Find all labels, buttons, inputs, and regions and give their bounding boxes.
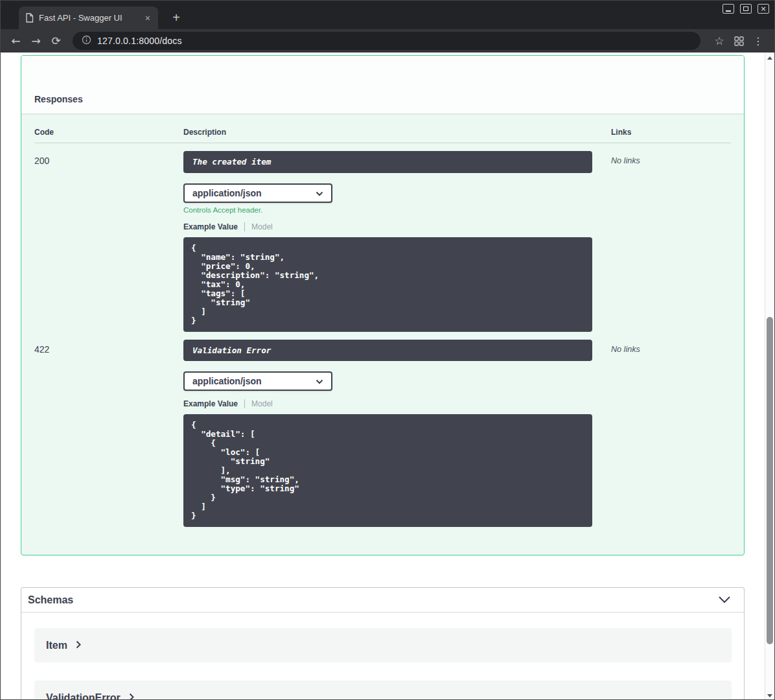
chevron-right-icon <box>129 692 134 700</box>
responses-heading: Responses <box>34 94 83 104</box>
tab-close-icon[interactable]: × <box>143 12 153 24</box>
back-button[interactable]: ← <box>6 36 26 47</box>
extensions-icon[interactable] <box>729 36 748 46</box>
tab-example-value[interactable]: Example Value <box>183 399 238 408</box>
browser-tab[interactable]: Fast API - Swagger UI × <box>19 6 158 29</box>
window-controls: × <box>723 4 769 14</box>
example-model-tabs: Example Value Model <box>183 399 611 408</box>
tab-model[interactable]: Model <box>251 399 273 408</box>
column-header-description: Description <box>183 128 611 137</box>
menu-kebab-icon[interactable]: ⋮ <box>748 35 768 47</box>
reload-button[interactable]: ⟳ <box>46 36 66 47</box>
responses-table-header: Code Description Links <box>34 121 731 143</box>
close-button[interactable]: × <box>758 4 769 14</box>
media-type-value: application/json <box>192 376 262 386</box>
page-favicon-icon <box>25 13 34 23</box>
url-text: 127.0.0.1:8000/docs <box>97 36 182 46</box>
tab-example-value[interactable]: Example Value <box>183 222 238 231</box>
response-row-200: 200 The created item application/json Co… <box>34 143 731 332</box>
schemas-section: Schemas Item ValidationError <box>21 587 745 700</box>
schemas-heading: Schemas <box>28 594 73 606</box>
swagger-page: Responses Code Description Links 200 The… <box>1 52 765 700</box>
scroll-down-arrow[interactable] <box>765 690 774 700</box>
maximize-button[interactable] <box>740 4 752 14</box>
controls-accept-note: Controls Accept header. <box>183 206 611 214</box>
address-bar[interactable]: 127.0.0.1:8000/docs <box>73 32 700 50</box>
responses-table: Code Description Links 200 The created i… <box>21 113 744 540</box>
example-model-tabs: Example Value Model <box>183 222 611 231</box>
browser-toolbar: ← → ⟳ 127.0.0.1:8000/docs ☆ ⋮ <box>1 29 774 52</box>
response-code: 422 <box>34 340 183 528</box>
response-code: 200 <box>34 151 183 332</box>
tab-model[interactable]: Model <box>251 222 273 231</box>
response-row-422: 422 Validation Error application/json Ex… <box>34 332 731 528</box>
scrollbar-thumb[interactable] <box>767 317 773 644</box>
schema-item-row[interactable]: Item <box>34 628 732 662</box>
forward-button[interactable]: → <box>26 36 46 47</box>
response-links: No links <box>611 340 731 528</box>
scroll-up-arrow[interactable] <box>765 52 774 63</box>
chevron-right-icon <box>76 640 81 651</box>
page-scrollbar[interactable] <box>765 52 774 700</box>
site-info-icon[interactable] <box>82 35 91 47</box>
tab-title: Fast API - Swagger UI <box>39 13 137 23</box>
bookmark-star-icon[interactable]: ☆ <box>710 34 729 47</box>
response-description: Validation Error <box>183 340 592 362</box>
chevron-down-icon <box>316 376 323 386</box>
responses-section-header: Responses <box>21 56 744 113</box>
operation-block-post: Responses Code Description Links 200 The… <box>21 55 745 555</box>
tab-divider <box>244 399 245 408</box>
schema-name: ValidationError <box>46 692 121 700</box>
column-header-links: Links <box>611 128 731 137</box>
example-json-block: { "name": "string", "price": 0, "descrip… <box>183 237 592 332</box>
schema-validationerror-row[interactable]: ValidationError <box>34 681 732 700</box>
column-header-code: Code <box>34 128 183 137</box>
response-description: The created item <box>183 151 592 173</box>
close-icon: × <box>760 5 766 12</box>
chevron-down-icon[interactable] <box>718 594 731 606</box>
window-titlebar: Fast API - Swagger UI × + × <box>1 1 774 29</box>
example-json-block: { "detail": [ { "loc": [ "string" ], "ms… <box>183 414 592 527</box>
minimize-button[interactable] <box>723 4 734 14</box>
maximize-icon <box>743 6 748 11</box>
schemas-header[interactable]: Schemas <box>21 588 744 612</box>
minimize-icon <box>726 10 731 12</box>
new-tab-button[interactable]: + <box>168 10 185 27</box>
schema-name: Item <box>46 640 67 651</box>
media-type-select[interactable]: application/json <box>183 183 332 203</box>
browser-window: Fast API - Swagger UI × + × ← → ⟳ 127.0.… <box>0 0 775 700</box>
media-type-value: application/json <box>192 188 262 198</box>
media-type-select[interactable]: application/json <box>183 371 332 391</box>
response-links: No links <box>611 151 731 332</box>
tab-divider <box>244 222 245 231</box>
chevron-down-icon <box>316 188 323 198</box>
